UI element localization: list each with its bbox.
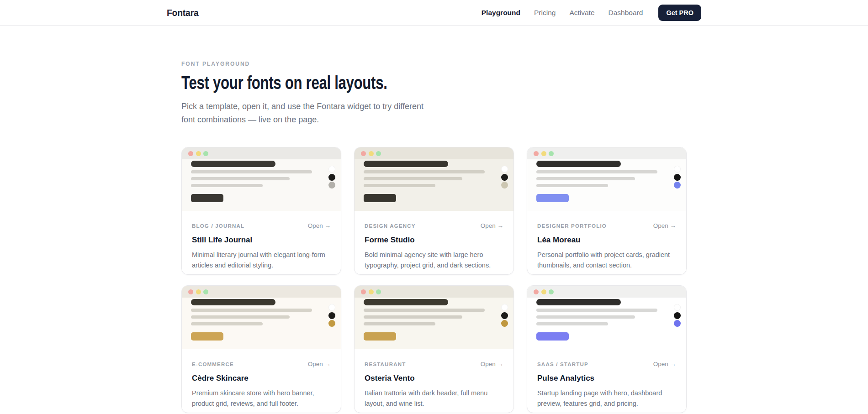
page-title: Test your fonts on real layouts. — [181, 73, 387, 92]
site-header: Fontara Playground Pricing Activate Dash… — [0, 0, 868, 26]
traffic-light-yellow-icon — [541, 151, 546, 156]
card-title: Osteria Vento — [365, 374, 503, 383]
card-description: Startup landing page with hero, dashboar… — [537, 388, 676, 409]
card-description: Italian trattoria with dark header, full… — [365, 388, 503, 409]
traffic-light-green-icon — [549, 151, 554, 156]
nav-item-dashboard[interactable]: Dashboard — [609, 9, 643, 17]
skeleton-button — [364, 332, 396, 341]
card-description: Personal portfolio with project cards, g… — [537, 250, 676, 271]
text-color-swatch — [674, 312, 681, 319]
arrow-right-icon: → — [498, 361, 504, 367]
traffic-light-green-icon — [376, 289, 381, 294]
card-title: Cèdre Skincare — [192, 374, 331, 383]
nav-item-pricing[interactable]: Pricing — [534, 9, 556, 17]
palette-swatches — [674, 304, 681, 327]
card-title: Still Life Journal — [192, 236, 331, 245]
template-card[interactable]: DESIGN AGENCY Open → Forme Studio Bold m… — [354, 147, 514, 275]
card-body: E-COMMERCE Open → Cèdre Skincare Premium… — [182, 349, 341, 409]
skeleton-line — [536, 170, 657, 173]
card-body: SAAS / STARTUP Open → Pulse Analytics St… — [527, 349, 686, 409]
template-preview — [355, 147, 513, 211]
palette-swatches — [674, 166, 681, 189]
open-template-link[interactable]: Open → — [308, 361, 331, 367]
traffic-light-green-icon — [376, 151, 381, 156]
accent-color-swatch — [501, 182, 508, 189]
brand-logo[interactable]: Fontara — [167, 7, 199, 18]
get-pro-button[interactable]: Get PRO — [658, 5, 701, 21]
skeleton-line — [191, 309, 312, 312]
main-nav: Playground Pricing Activate Dashboard Ge… — [482, 5, 701, 21]
palette-swatches — [501, 166, 508, 189]
open-template-link[interactable]: Open → — [481, 361, 503, 367]
skeleton-line — [536, 315, 635, 319]
accent-color-swatch — [328, 182, 335, 189]
card-body: DESIGNER PORTFOLIO Open → Léa Moreau Per… — [527, 211, 686, 271]
skeleton-button — [191, 194, 223, 202]
open-template-link[interactable]: Open → — [653, 222, 676, 229]
page-subtitle: Pick a template, open it, and use the Fo… — [181, 100, 687, 126]
nav-item-activate[interactable]: Activate — [569, 9, 594, 17]
section-eyebrow: FONT PLAYGROUND — [181, 61, 687, 67]
skeleton-line — [191, 184, 263, 187]
open-template-link[interactable]: Open → — [481, 222, 503, 229]
skeleton-line — [364, 184, 435, 187]
background-color-swatch — [328, 304, 335, 311]
layout-mock — [527, 159, 686, 211]
template-preview — [527, 286, 686, 349]
browser-chrome — [355, 147, 513, 159]
card-body: RESTAURANT Open → Osteria Vento Italian … — [355, 349, 513, 409]
layout-mock — [355, 159, 513, 211]
skeleton-heading — [536, 299, 621, 305]
browser-chrome — [182, 147, 341, 159]
traffic-light-red-icon — [188, 151, 193, 156]
arrow-right-icon: → — [498, 222, 504, 229]
template-card[interactable]: DESIGNER PORTFOLIO Open → Léa Moreau Per… — [527, 147, 687, 275]
skeleton-heading — [191, 299, 275, 305]
template-card[interactable]: RESTAURANT Open → Osteria Vento Italian … — [354, 285, 514, 413]
background-color-swatch — [674, 304, 681, 311]
layout-mock — [182, 159, 341, 211]
playground-page: FONT PLAYGROUND Test your fonts on real … — [181, 61, 687, 413]
traffic-light-yellow-icon — [196, 151, 201, 156]
background-color-swatch — [674, 166, 681, 173]
arrow-right-icon: → — [670, 222, 677, 229]
skeleton-line — [536, 177, 635, 180]
skeleton-heading — [536, 161, 621, 167]
template-card[interactable]: E-COMMERCE Open → Cèdre Skincare Premium… — [181, 285, 341, 413]
background-color-swatch — [501, 166, 508, 173]
card-category: DESIGNER PORTFOLIO — [537, 223, 607, 229]
open-template-link[interactable]: Open → — [653, 361, 676, 367]
skeleton-line — [364, 177, 462, 180]
skeleton-line — [191, 170, 312, 173]
browser-chrome — [182, 286, 341, 298]
skeleton-button — [536, 194, 569, 202]
card-description: Minimal literary journal with elegant lo… — [192, 250, 331, 271]
template-card[interactable]: BLOG / JOURNAL Open → Still Life Journal… — [181, 147, 341, 275]
traffic-light-red-icon — [534, 289, 539, 294]
skeleton-heading — [364, 161, 448, 167]
accent-color-swatch — [501, 320, 508, 327]
template-grid: BLOG / JOURNAL Open → Still Life Journal… — [181, 147, 687, 413]
skeleton-line — [364, 322, 435, 325]
traffic-light-green-icon — [549, 289, 554, 294]
traffic-light-green-icon — [203, 289, 208, 294]
browser-chrome — [527, 147, 686, 159]
text-color-swatch — [674, 174, 681, 181]
background-color-swatch — [328, 166, 335, 173]
traffic-light-red-icon — [361, 151, 366, 156]
traffic-light-yellow-icon — [369, 151, 374, 156]
template-preview — [182, 147, 341, 211]
skeleton-button — [364, 194, 396, 202]
traffic-light-red-icon — [188, 289, 193, 294]
template-preview — [355, 286, 513, 349]
arrow-right-icon: → — [670, 361, 677, 367]
card-body: DESIGN AGENCY Open → Forme Studio Bold m… — [355, 211, 513, 271]
card-category: DESIGN AGENCY — [365, 223, 416, 229]
skeleton-heading — [191, 161, 275, 167]
nav-item-playground[interactable]: Playground — [482, 9, 520, 17]
open-template-link[interactable]: Open → — [308, 222, 331, 229]
traffic-light-yellow-icon — [541, 289, 546, 294]
traffic-light-red-icon — [361, 289, 366, 294]
template-card[interactable]: SAAS / STARTUP Open → Pulse Analytics St… — [527, 285, 687, 413]
accent-color-swatch — [674, 182, 681, 189]
